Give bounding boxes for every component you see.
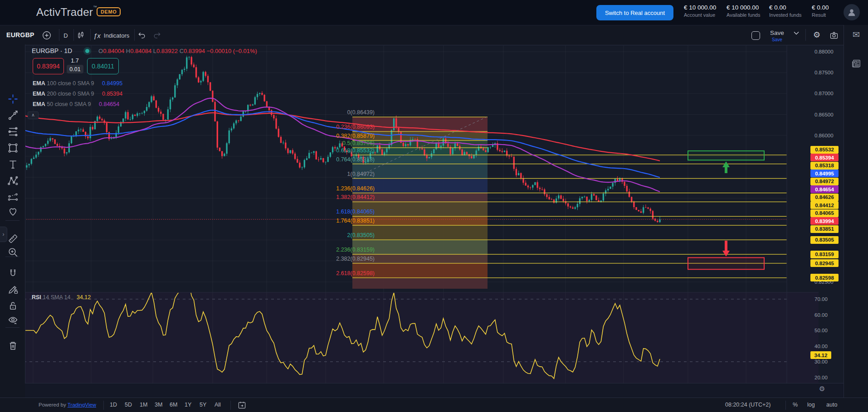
indicator-params: 200 close 0 SMA 9 (47, 91, 94, 97)
rsi-axis-tick: 30.00 (814, 359, 828, 365)
fib-retracement-tool[interactable] (6, 125, 19, 138)
indicator-row[interactable]: EMA 100 close 0 SMA 9 0.84995 (33, 80, 122, 87)
price-badge: 0.85318 (810, 162, 839, 170)
chart-style-button[interactable] (75, 29, 87, 41)
emoji-heart-tool[interactable] (6, 205, 19, 218)
powered-by-text: Powered by (39, 402, 66, 407)
invested-funds-value: € 0.00 (769, 4, 811, 11)
indicator-row[interactable]: EMA 200 close 0 SMA 9 0.85394 (33, 91, 122, 98)
chevron-right-icon: › (3, 231, 5, 238)
sell-button[interactable]: 0.83994 (33, 58, 64, 74)
ruler-tool[interactable] (6, 232, 19, 245)
trend-line-icon (7, 110, 19, 121)
envelope-icon: ✉ (853, 29, 860, 40)
range-button-1m[interactable]: 1M (140, 402, 147, 408)
save-button[interactable]: Save (770, 28, 784, 37)
price-axis-tick: 0.87000 (814, 90, 834, 97)
candlestick-icon (76, 31, 85, 40)
fib-level-label: 2(0.83505) (279, 232, 375, 238)
timeframe-button[interactable]: D (60, 29, 72, 41)
fib-level-label: 0.236(0.86093) (279, 124, 375, 130)
price-badge: 0.82598 (810, 274, 839, 281)
range-button-1d[interactable]: 1D (110, 402, 117, 408)
rectangle-tool[interactable] (6, 141, 19, 154)
indicator-params: 50 close 0 SMA 9 (47, 101, 91, 107)
log-scale-toggle[interactable]: log (807, 402, 815, 408)
fib-level-label: 1.236(0.84626) (279, 185, 375, 192)
range-button-all[interactable]: All (215, 402, 221, 408)
legend-collapse-button[interactable]: ∧ (28, 111, 39, 119)
text-tool[interactable] (6, 158, 19, 170)
time-axis[interactable] (25, 383, 868, 398)
powered-by: Powered by TradingView (39, 402, 96, 407)
news-button[interactable] (850, 58, 862, 69)
price-badge: 0.85394 (810, 154, 839, 161)
range-button-6m[interactable]: 6M (170, 402, 177, 408)
plus-circle-icon (42, 30, 52, 40)
layout-box-button[interactable] (751, 30, 761, 40)
draw-lock-icon (7, 284, 19, 295)
rsi-legend[interactable]: RSI 14 SMA 14 34.12 (32, 294, 91, 301)
magnet-tool[interactable] (6, 267, 19, 280)
go-to-date-button[interactable] (238, 401, 246, 409)
rail-expand-handle[interactable]: › (0, 227, 7, 242)
price-badge: 0.84626 (810, 194, 839, 201)
save-menu-chevron[interactable] (794, 31, 799, 35)
forecast-tool[interactable] (6, 190, 19, 203)
draw-lock-tool[interactable] (6, 283, 19, 296)
indicators-button[interactable]: ƒx Indicators (93, 29, 129, 41)
bottom-bar: Powered by TradingView 1D5D1M3M6M1Y5YAll… (0, 397, 868, 412)
screenshot-button[interactable] (828, 29, 840, 41)
invested-funds-stat: € 0.00 Invested funds (769, 4, 811, 18)
crosshair-tool[interactable] (6, 92, 19, 105)
symbol-label[interactable]: EURGBP (6, 31, 34, 39)
indicator-name: EMA (33, 80, 45, 87)
messages-button[interactable]: ✉ (850, 29, 862, 40)
axis-settings-button[interactable]: ⚙ (819, 385, 825, 393)
gear-icon: ⚙ (813, 30, 820, 40)
lock-all-tool[interactable] (6, 299, 19, 312)
indicator-row[interactable]: EMA 50 close 0 SMA 9 0.84654 (33, 101, 119, 108)
hide-all-icon (7, 315, 19, 326)
price-badge: 0.83994 (810, 217, 839, 225)
buy-button[interactable]: 0.84011 (87, 58, 119, 74)
redo-button[interactable] (151, 29, 163, 41)
indicator-value: 0.85394 (102, 91, 122, 97)
chart-canvas[interactable] (0, 44, 819, 397)
high-label: H (126, 48, 130, 54)
range-button-3m[interactable]: 3M (155, 402, 162, 408)
right-dock: ✉ (844, 25, 868, 397)
range-button-1y[interactable]: 1Y (185, 402, 191, 408)
rsi-value-badge: 34.12 (810, 351, 831, 359)
chart-svg[interactable] (0, 44, 819, 397)
undo-button[interactable] (136, 29, 148, 41)
remove-all-tool[interactable] (6, 339, 19, 352)
red-zone-box[interactable] (688, 257, 764, 269)
spread-value: 1.7 (63, 58, 86, 64)
fib-level-label: 0.382(0.85879) (279, 133, 375, 139)
quantity-pill[interactable]: 0.01 (67, 65, 83, 73)
hide-all-tool[interactable] (6, 314, 19, 326)
fib-level-label: 0(0.86439) (279, 109, 375, 116)
close-value: 0.83994 (184, 48, 205, 54)
calendar-goto-icon (238, 401, 246, 409)
green-zone-box[interactable] (688, 151, 764, 160)
camera-icon (829, 31, 839, 40)
range-button-5d[interactable]: 5D (125, 402, 132, 408)
range-button-5y[interactable]: 5Y (200, 402, 206, 408)
magnet-icon (7, 268, 19, 280)
add-symbol-button[interactable] (41, 29, 53, 41)
price-badge: 0.84972 (810, 178, 839, 185)
tradingview-link[interactable]: TradingView (68, 402, 96, 407)
percent-scale-toggle[interactable]: % (793, 402, 798, 408)
auto-scale-toggle[interactable]: auto (826, 402, 837, 408)
app-header: ActivTrader™ DEMO Switch to Real account… (0, 0, 868, 25)
user-avatar[interactable] (844, 4, 860, 20)
switch-to-real-account-button[interactable]: Switch to Real account (596, 5, 673, 20)
trend-line-tool[interactable] (6, 109, 19, 121)
settings-button[interactable]: ⚙ (811, 29, 823, 41)
account-value: € 10 000.00 (684, 4, 726, 11)
xabcd-pattern-tool[interactable] (6, 174, 19, 187)
news-icon (851, 58, 861, 68)
chart-legend-title[interactable]: EURGBP · 1D (32, 47, 72, 54)
